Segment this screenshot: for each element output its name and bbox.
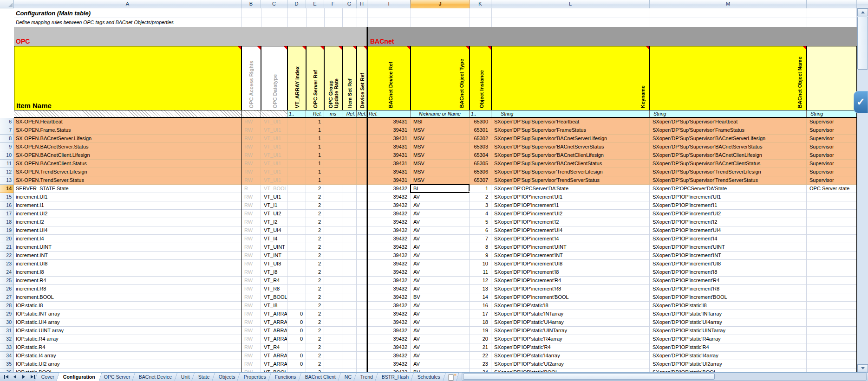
cell-C31[interactable]: VT_ARRAY: [261, 327, 287, 335]
cell-I27[interactable]: 39432: [367, 293, 411, 302]
row-header-15[interactable]: 15: [0, 193, 14, 201]
cell-B26[interactable]: RW: [241, 285, 261, 293]
header-cell-I4[interactable]: BACnet Device Ref: [367, 46, 411, 110]
cell-J33[interactable]: AV: [411, 343, 470, 352]
cell-I8[interactable]: 39431: [367, 135, 411, 143]
cell-N25[interactable]: [807, 277, 857, 285]
previous-sheet-button[interactable]: [11, 373, 19, 380]
cell-D10[interactable]: [287, 151, 306, 160]
row-header-7[interactable]: 7: [0, 126, 14, 135]
cell-I26[interactable]: 39432: [367, 285, 411, 293]
cell-G20[interactable]: [342, 235, 357, 243]
cell-C24[interactable]: VT_I8: [261, 268, 287, 277]
cell-I19[interactable]: 39432: [367, 226, 411, 235]
cell-E17[interactable]: 2: [306, 210, 324, 218]
cell-M34[interactable]: SXopen'DP'IOP'static'I4array: [650, 352, 807, 360]
cell-I33[interactable]: 39432: [367, 343, 411, 352]
cell-C34[interactable]: VT_ARRAY: [261, 352, 287, 360]
cell-F8[interactable]: [324, 135, 342, 143]
cell-M17[interactable]: SXopen'DP'IOP'increment'UI2: [650, 210, 807, 218]
cell-J7[interactable]: MSV: [411, 126, 470, 135]
row-header-10[interactable]: 10: [0, 151, 14, 160]
header-cell-J4[interactable]: BACnet Object Type: [411, 46, 470, 110]
cell-L11[interactable]: SXopen'DP'Sup'Supervisor'BACnetClientSta…: [491, 160, 650, 168]
cell-N7[interactable]: Supervisor: [807, 126, 857, 135]
cell-N26[interactable]: [807, 285, 857, 293]
cell-M26[interactable]: SXopen'DP'IOP'increment'R8: [650, 285, 807, 293]
cell-G18[interactable]: [342, 218, 357, 226]
cell-N22[interactable]: [807, 252, 857, 260]
cell-G9[interactable]: [342, 143, 357, 151]
cell-C17[interactable]: VT_UI2: [261, 210, 287, 218]
cell-D9[interactable]: [287, 143, 306, 151]
cell-G34[interactable]: [342, 352, 357, 360]
cell-N10[interactable]: Supervisor: [807, 151, 857, 160]
cell-L34[interactable]: SXopen'DP'IOP'static'I4array: [491, 352, 650, 360]
cell-B9[interactable]: RW: [241, 143, 261, 151]
check-overlay-button[interactable]: ✓: [854, 91, 868, 113]
header-cell-N4[interactable]: [807, 46, 857, 110]
cell-C20[interactable]: VT_I4: [261, 235, 287, 243]
row-header-17[interactable]: 17: [0, 210, 14, 218]
cell-K6[interactable]: 65300: [470, 118, 491, 126]
cell-F35[interactable]: [324, 360, 342, 368]
cell-D25[interactable]: [287, 277, 306, 285]
cell-D30[interactable]: 0: [287, 318, 306, 327]
cell-J27[interactable]: BV: [411, 293, 470, 302]
cell-G11[interactable]: [342, 160, 357, 168]
cell-M14[interactable]: SXopen'DP'OPCServer'DA'State: [650, 185, 807, 193]
cell-A30[interactable]: IOP.static.UI4 array: [14, 318, 241, 327]
cell-A10[interactable]: SX-OPEN.BACnetClient.Lifesign: [14, 151, 241, 160]
cell-C29[interactable]: VT_ARRAY: [261, 310, 287, 318]
cell-L16[interactable]: SXopen'DP'IOP'increment'I1: [491, 201, 650, 210]
cell-G15[interactable]: [342, 193, 357, 201]
cell-E8[interactable]: 1: [306, 135, 324, 143]
cell-I22[interactable]: 39432: [367, 252, 411, 260]
cell-G28[interactable]: [342, 302, 357, 310]
cell-J8[interactable]: MSV: [411, 135, 470, 143]
row-header-29[interactable]: 29: [0, 310, 14, 318]
cell-B31[interactable]: RW: [241, 327, 261, 335]
cell-K23[interactable]: 10: [470, 260, 491, 268]
cell-M23[interactable]: SXopen'DP'IOP'increment'UI8: [650, 260, 807, 268]
cell-E9[interactable]: 1: [306, 143, 324, 151]
row-header-35[interactable]: 35: [0, 360, 14, 368]
cell-L33[interactable]: SXopen'DP'IOP'static'R4: [491, 343, 650, 352]
cell-C32[interactable]: VT_ARRAY: [261, 335, 287, 343]
cell-J24[interactable]: AV: [411, 268, 470, 277]
cell-A35[interactable]: IOP.static.UI2 array: [14, 360, 241, 368]
cell-A7[interactable]: SX-OPEN.Frame.Status: [14, 126, 241, 135]
cell-D23[interactable]: [287, 260, 306, 268]
cell-A2-subtitle[interactable]: Define mapping-rules between OPC-tags an…: [16, 19, 174, 25]
cell-F23[interactable]: [324, 260, 342, 268]
cell-N21[interactable]: [807, 243, 857, 252]
row-header-21[interactable]: 21: [0, 243, 14, 252]
cell-M11[interactable]: SXopen'DP'Sup'Supervisor'BACnetClientSta…: [650, 160, 807, 168]
cell-J35[interactable]: AV: [411, 360, 470, 368]
cell-J28[interactable]: AV: [411, 302, 470, 310]
cell-A6[interactable]: SX-OPEN.Heartbeat: [14, 118, 241, 126]
cell-E7[interactable]: 1: [306, 126, 324, 135]
first-sheet-button[interactable]: [2, 373, 10, 380]
cell-D18[interactable]: [287, 218, 306, 226]
cell-M22[interactable]: SXopen'DP'IOP'increment'INT: [650, 252, 807, 260]
cell-E21[interactable]: 2: [306, 243, 324, 252]
cell-M24[interactable]: SXopen'DP'IOP'increment'I8: [650, 268, 807, 277]
cell-B15[interactable]: RW: [241, 193, 261, 201]
cell-F15[interactable]: [324, 193, 342, 201]
cell-D19[interactable]: [287, 226, 306, 235]
cell-B35[interactable]: RW: [241, 360, 261, 368]
cell-K9[interactable]: 65303: [470, 143, 491, 151]
cell-D20[interactable]: [287, 235, 306, 243]
row-header-20[interactable]: 20: [0, 235, 14, 243]
cell-C18[interactable]: VT_I2: [261, 218, 287, 226]
cell-G19[interactable]: [342, 226, 357, 235]
cell-I32[interactable]: 39432: [367, 335, 411, 343]
cell-K34[interactable]: 22: [470, 352, 491, 360]
cell-B17[interactable]: RW: [241, 210, 261, 218]
cell-F16[interactable]: [324, 201, 342, 210]
cell-E18[interactable]: 2: [306, 218, 324, 226]
cell-K24[interactable]: 11: [470, 268, 491, 277]
cell-N34[interactable]: [807, 352, 857, 360]
cell-E34[interactable]: 2: [306, 352, 324, 360]
